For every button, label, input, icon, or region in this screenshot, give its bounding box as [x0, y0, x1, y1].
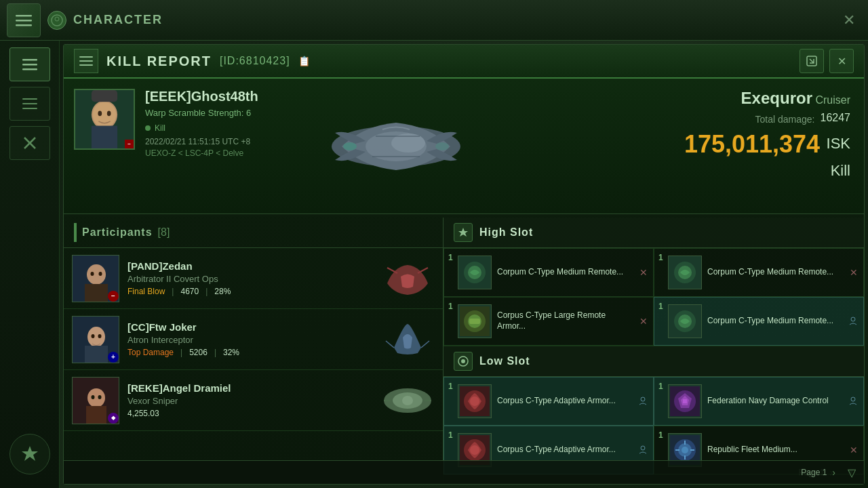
participant-stats-3: 4,255.03	[127, 409, 372, 418]
kill-badge: −	[125, 140, 134, 148]
copy-icon[interactable]: 📋	[298, 56, 310, 66]
item-name-2: Corpum C-Type Medium Remote...	[707, 267, 844, 278]
svg-point-20	[93, 102, 116, 127]
svg-point-4	[55, 17, 59, 21]
participant-item: − [PAND]Zedan Arbitrator II Covert Ops F…	[64, 248, 443, 309]
high-slot-header: High Slot	[443, 218, 864, 248]
ship-thumb-3	[380, 382, 435, 419]
item-qty: 1	[658, 302, 663, 311]
equip-page-info: Page 1	[801, 468, 827, 477]
item-action-3[interactable]: ✕	[639, 316, 648, 327]
item-action-2[interactable]: ✕	[850, 267, 858, 278]
low-item-action-2[interactable]	[848, 396, 858, 407]
item-qty: 1	[448, 253, 453, 262]
close-button[interactable]: ✕	[829, 49, 854, 73]
sidebar-menu-button[interactable]	[9, 47, 50, 81]
participant-ship-3: Vexor Sniper	[127, 396, 372, 406]
kill-dot	[145, 125, 151, 131]
equip-filter-icon[interactable]: ▽	[848, 466, 856, 479]
low-slot-title: Low Slot	[479, 355, 530, 367]
header-actions: ✕	[800, 49, 854, 73]
participant-item: ◆ [REKE]Angel Dramiel Vexor Sniper 4,255…	[64, 370, 443, 431]
warp-scramble: Warp Scramble Strength: 6	[145, 108, 311, 118]
svg-point-51	[98, 395, 102, 399]
svg-point-43	[92, 334, 95, 338]
participant-name-1: [PAND]Zedan	[127, 260, 372, 272]
svg-point-29	[343, 142, 357, 150]
ship-image-container	[294, 85, 498, 207]
item-qty: 1	[658, 430, 663, 440]
low-item-action-4[interactable]: ✕	[850, 445, 858, 455]
ship-thumb-1	[380, 260, 435, 297]
participant-damage-3: 4,255.03	[127, 409, 159, 418]
item-icon-1	[458, 256, 492, 289]
low-slot-icon	[454, 352, 473, 371]
close-icon: ✕	[837, 55, 846, 68]
svg-marker-13	[22, 446, 38, 461]
low-item-action-1[interactable]	[638, 396, 648, 407]
kill-type: Kill	[684, 162, 850, 180]
high-slot-items: 1 Corpum C-Type Medium Remote...	[443, 248, 864, 346]
sidebar-star-button[interactable]	[9, 434, 50, 474]
participants-title: Participants [8]	[64, 218, 443, 248]
item-name-4: Corpum C-Type Medium Remote...	[707, 316, 843, 327]
svg-rect-10	[22, 108, 37, 109]
sidebar-btn-swords[interactable]	[9, 126, 50, 160]
top-damage-label: Top Damage	[127, 348, 174, 357]
svg-point-48	[87, 388, 105, 407]
left-sidebar	[0, 41, 60, 488]
slot-item: 1 Federation Navy Damage Co	[654, 377, 864, 426]
header-menu-button[interactable]	[74, 49, 98, 73]
svg-point-23	[107, 111, 111, 117]
killer-info: [EEEK]Ghost48th Warp Scramble Strength: …	[145, 89, 311, 203]
kill-report-panel: KILL REPORT [ID:6810423] 📋 ✕	[63, 44, 865, 485]
ship-thumb-2	[380, 321, 435, 358]
low-item-name-3: Corpus C-Type Adaptive Armor...	[497, 445, 633, 455]
participant-damage-1: 4670	[180, 287, 199, 296]
svg-line-46	[421, 341, 429, 348]
export-button[interactable]	[800, 49, 824, 73]
item-qty: 1	[658, 253, 663, 262]
participant-badge-3: ◆	[108, 413, 119, 424]
svg-rect-15	[79, 60, 93, 62]
low-item-action-3[interactable]	[638, 445, 648, 456]
item-action-1[interactable]: ✕	[639, 267, 648, 278]
svg-rect-8	[22, 98, 37, 100]
svg-point-75	[470, 396, 479, 406]
svg-point-88	[682, 447, 688, 453]
item-name-3: Corpus C-Type Large Remote Armor...	[497, 310, 634, 331]
participants-count: [8]	[158, 226, 170, 239]
sidebar-btn-2[interactable]	[9, 87, 50, 121]
equipment-bottom-bar: Page 1 › ▽	[443, 460, 864, 484]
victim-avatar: −	[74, 89, 135, 150]
item-action-4[interactable]	[848, 316, 858, 327]
final-blow-label: Final Blow	[127, 287, 165, 296]
svg-rect-9	[22, 103, 37, 104]
svg-rect-7	[22, 68, 37, 70]
svg-point-36	[91, 272, 94, 276]
equip-next-page[interactable]: ›	[832, 467, 835, 478]
slot-item: 1 Corpum C-Type Medium Remote...	[654, 297, 864, 346]
app-close-button[interactable]: ✕	[837, 8, 861, 33]
participant-avatar-3: ◆	[72, 377, 119, 424]
isk-value: 175,011,374	[684, 130, 820, 158]
kill-location: UEXO-Z < LSC-4P < Delve	[145, 148, 311, 158]
main-content: KILL REPORT [ID:6810423] 📋 ✕	[60, 41, 868, 488]
item-name-1: Corpum C-Type Medium Remote...	[497, 267, 634, 278]
svg-rect-42	[85, 346, 108, 363]
item-icon-3	[458, 304, 492, 338]
low-item-icon-1	[458, 384, 492, 418]
low-item-icon-2	[668, 384, 702, 418]
title-bar-accent	[74, 223, 77, 242]
equipment-panel: High Slot 1	[443, 218, 864, 484]
svg-point-56	[402, 396, 413, 405]
isk-label: ISK	[827, 135, 850, 152]
svg-rect-21	[92, 126, 117, 148]
svg-point-34	[87, 264, 106, 285]
slot-item: 1 Corpus C-Type Adaptive Armor...	[443, 377, 654, 426]
hamburger-button[interactable]	[7, 3, 41, 37]
ship-name: Exequror	[741, 89, 812, 107]
participant-stats-1: Final Blow | 4670 | 28%	[127, 287, 372, 296]
svg-point-70	[851, 317, 855, 321]
participant-info-1: [PAND]Zedan Arbitrator II Covert Ops Fin…	[127, 260, 372, 296]
